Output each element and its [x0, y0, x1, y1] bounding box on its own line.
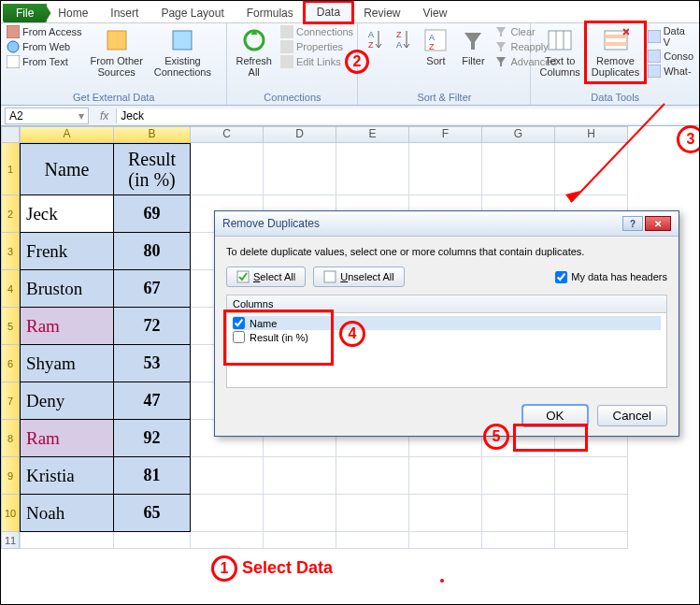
- empty-cell[interactable]: [336, 495, 409, 532]
- cell-b5[interactable]: 72: [114, 308, 191, 345]
- col-header-g[interactable]: G: [482, 126, 555, 143]
- tab-insert[interactable]: Insert: [99, 4, 150, 22]
- header-result[interactable]: Result (in %): [114, 143, 191, 195]
- row-header-2[interactable]: 2: [1, 195, 20, 233]
- dialog-titlebar[interactable]: Remove Duplicates ? ✕: [215, 211, 679, 237]
- empty-cell[interactable]: [20, 532, 114, 549]
- col-opt-resultin[interactable]: Result (in %): [233, 330, 661, 344]
- empty-cell[interactable]: [555, 495, 628, 532]
- cell-b10[interactable]: 65: [114, 495, 191, 532]
- refresh-all-btn[interactable]: Refresh All: [233, 25, 275, 79]
- col-header-a[interactable]: A: [20, 126, 114, 143]
- empty-cell[interactable]: [409, 143, 482, 195]
- empty-cell[interactable]: [191, 495, 264, 532]
- cell-a10[interactable]: Noah: [20, 495, 114, 532]
- tab-data[interactable]: Data: [305, 2, 352, 22]
- empty-cell[interactable]: [555, 532, 628, 549]
- from-web-btn[interactable]: From Web: [7, 40, 82, 53]
- tab-view[interactable]: View: [412, 4, 459, 22]
- row-header-7[interactable]: 7: [1, 382, 20, 420]
- empty-cell[interactable]: [191, 143, 264, 195]
- cell-b3[interactable]: 80: [114, 233, 191, 270]
- col-header-b[interactable]: B: [114, 126, 191, 143]
- filter-btn[interactable]: Filter: [457, 25, 489, 68]
- cell-b8[interactable]: 92: [114, 420, 191, 457]
- tab-review[interactable]: Review: [352, 4, 411, 22]
- empty-cell[interactable]: [114, 532, 191, 549]
- empty-cell[interactable]: [482, 532, 555, 549]
- empty-cell[interactable]: [336, 143, 409, 195]
- cell-a5[interactable]: Ram: [20, 308, 114, 345]
- cell-b6[interactable]: 53: [114, 345, 191, 382]
- empty-cell[interactable]: [264, 532, 336, 549]
- data-validation-btn[interactable]: Data V: [648, 25, 693, 48]
- headers-checkbox-input[interactable]: [555, 271, 567, 283]
- dialog-close-btn[interactable]: ✕: [645, 216, 671, 231]
- empty-cell[interactable]: [409, 532, 482, 549]
- empty-cell[interactable]: [482, 495, 555, 532]
- empty-cell[interactable]: [336, 532, 409, 549]
- cell-a4[interactable]: Bruston: [20, 270, 114, 308]
- from-other-sources-btn[interactable]: From Other Sources: [88, 25, 146, 79]
- from-text-btn[interactable]: From Text: [7, 55, 82, 68]
- empty-cell[interactable]: [264, 143, 336, 195]
- whatif-btn[interactable]: What-: [648, 65, 693, 78]
- empty-cell[interactable]: [482, 143, 555, 195]
- from-access-btn[interactable]: From Access: [7, 25, 82, 38]
- sort-za-btn[interactable]: ZA: [392, 25, 414, 57]
- unselect-all-btn[interactable]: Unselect All: [313, 266, 404, 287]
- headers-checkbox[interactable]: My data has headers: [555, 271, 667, 283]
- empty-cell[interactable]: [191, 532, 264, 549]
- row-header-6[interactable]: 6: [1, 345, 20, 382]
- row-header-8[interactable]: 8: [1, 420, 20, 457]
- empty-cell[interactable]: [409, 457, 482, 495]
- col-header-h[interactable]: H: [555, 126, 628, 143]
- properties-btn[interactable]: Properties: [280, 40, 353, 53]
- tab-formulas[interactable]: Formulas: [236, 4, 305, 22]
- col-opt-checkbox[interactable]: [233, 317, 245, 329]
- row-header-11[interactable]: 11: [1, 532, 20, 549]
- row-header-4[interactable]: 4: [1, 270, 20, 308]
- row-header-3[interactable]: 3: [1, 233, 20, 270]
- remove-duplicates-btn[interactable]: Remove Duplicates: [589, 25, 642, 79]
- name-box[interactable]: A2▾: [5, 108, 89, 124]
- cell-b9[interactable]: 81: [114, 457, 191, 495]
- text-to-columns-btn[interactable]: Text to Columns: [536, 25, 582, 79]
- row-header-9[interactable]: 9: [1, 457, 20, 495]
- cell-b4[interactable]: 67: [114, 270, 191, 308]
- cell-a2[interactable]: Jeck: [20, 195, 114, 233]
- empty-cell[interactable]: [336, 457, 409, 495]
- formula-input[interactable]: Jeck: [116, 108, 699, 123]
- tab-home[interactable]: Home: [47, 4, 99, 22]
- file-tab[interactable]: File: [3, 4, 47, 22]
- col-header-d[interactable]: D: [264, 126, 336, 143]
- dialog-help-btn[interactable]: ?: [622, 216, 643, 231]
- fx-icon[interactable]: fx: [93, 109, 116, 122]
- empty-cell[interactable]: [482, 457, 555, 495]
- select-all-corner[interactable]: [1, 126, 20, 143]
- connections-btn[interactable]: Connections: [280, 25, 353, 38]
- row-header-5[interactable]: 5: [1, 308, 20, 345]
- empty-cell[interactable]: [264, 495, 336, 532]
- cell-b2[interactable]: 69: [114, 195, 191, 233]
- empty-cell[interactable]: [409, 495, 482, 532]
- empty-cell[interactable]: [264, 457, 336, 495]
- cell-a6[interactable]: Shyam: [20, 345, 114, 382]
- cell-a9[interactable]: Kristia: [20, 457, 114, 495]
- row-header-1[interactable]: 1: [1, 143, 20, 195]
- existing-connections-btn[interactable]: Existing Connections: [151, 25, 214, 79]
- sort-btn[interactable]: AZSort: [420, 25, 451, 68]
- row-header-10[interactable]: 10: [1, 495, 20, 532]
- cell-a3[interactable]: Frenk: [20, 233, 114, 270]
- consolidate-btn[interactable]: Conso: [648, 50, 693, 63]
- edit-links-btn[interactable]: Edit Links: [280, 55, 353, 68]
- ok-button[interactable]: OK: [522, 405, 587, 426]
- cell-b7[interactable]: 47: [114, 382, 191, 420]
- empty-cell[interactable]: [555, 457, 628, 495]
- empty-cell[interactable]: [191, 457, 264, 495]
- cell-a8[interactable]: Ram: [20, 420, 114, 457]
- header-name[interactable]: Name: [20, 143, 114, 195]
- col-opt-checkbox[interactable]: [233, 331, 245, 343]
- col-opt-name[interactable]: Name: [233, 316, 661, 330]
- col-header-c[interactable]: C: [191, 126, 264, 143]
